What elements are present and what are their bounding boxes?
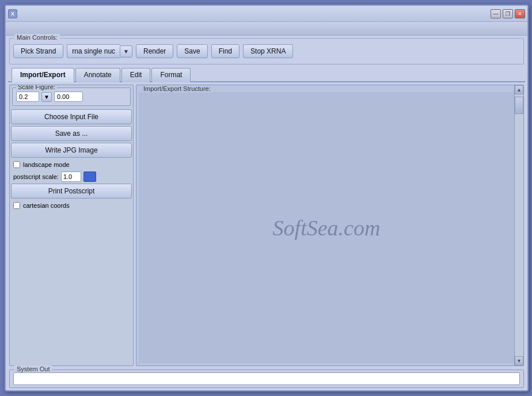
postscript-scale-input[interactable] <box>61 172 81 182</box>
scale-num-input[interactable] <box>54 92 83 102</box>
right-scrollbar[interactable]: ▲ ▼ <box>514 85 523 365</box>
stop-xrna-button[interactable]: Stop XRNA <box>243 44 293 58</box>
postscript-scale-label: postscript scale: <box>13 173 59 180</box>
scale-row: ▼ <box>15 90 128 103</box>
tab-import-export[interactable]: Import/Export <box>12 68 74 82</box>
title-bar-left: X <box>8 9 17 18</box>
main-window: X — ❐ ✕ Main Controls: Pick Strand rna s… <box>5 5 529 391</box>
cartesian-label: cartesian coords <box>23 202 70 209</box>
scale-input[interactable] <box>16 92 39 102</box>
app-icon: X <box>8 9 17 18</box>
system-out-panel: System Out <box>9 370 524 388</box>
restore-button[interactable]: ❐ <box>503 9 513 18</box>
scale-dropdown-arrow[interactable]: ▼ <box>41 92 52 102</box>
content-area: Scale Figure: ▼ Choose Input File Save a… <box>9 85 524 366</box>
landscape-checkbox[interactable] <box>13 161 20 168</box>
controls-row: Pick Strand rna single nuc ▼ Render Save… <box>13 42 520 60</box>
import-export-structure-area: SoftSea.com <box>139 92 514 363</box>
cartesian-row: cartesian coords <box>11 200 132 211</box>
scale-figure-section: Scale Figure: ▼ <box>12 87 131 106</box>
print-postscript-button[interactable]: Print Postscript <box>11 184 132 199</box>
cartesian-checkbox[interactable] <box>13 202 20 209</box>
find-button[interactable]: Find <box>211 44 240 58</box>
tabs-row: Import/Export Annotate Edit Format <box>8 67 525 82</box>
scroll-down-button[interactable]: ▼ <box>515 356 523 365</box>
scale-figure-label: Scale Figure: <box>16 85 57 90</box>
postscript-color-box[interactable] <box>83 172 96 182</box>
close-button[interactable]: ✕ <box>515 9 525 18</box>
strand-dropdown-arrow[interactable]: ▼ <box>120 45 132 58</box>
write-jpg-button[interactable]: Write JPG Image <box>11 143 132 158</box>
strand-dropdown-group: rna single nuc ▼ <box>67 44 132 58</box>
save-as-button[interactable]: Save as ... <box>11 126 132 141</box>
right-panel-label: Import/Export Structure: <box>141 85 213 93</box>
left-panel: Scale Figure: ▼ Choose Input File Save a… <box>9 85 134 366</box>
tab-format[interactable]: Format <box>151 68 191 82</box>
main-controls-panel: Main Controls: Pick Strand rna single nu… <box>9 38 524 64</box>
scroll-track[interactable] <box>515 94 523 356</box>
system-out-label: System Out <box>14 365 52 372</box>
right-panel: Import/Export Structure: SoftSea.com ▲ ▼ <box>136 85 524 366</box>
scroll-thumb[interactable] <box>515 97 523 114</box>
main-controls-label: Main Controls: <box>14 34 60 41</box>
toolbar-strip <box>6 22 527 36</box>
landscape-row: landscape mode <box>11 159 132 170</box>
tab-edit[interactable]: Edit <box>121 68 151 82</box>
choose-input-file-button[interactable]: Choose Input File <box>11 109 132 124</box>
system-out-input[interactable] <box>13 372 520 385</box>
pick-strand-button[interactable]: Pick Strand <box>13 44 63 58</box>
strand-dropdown-value[interactable]: rna single nuc <box>67 44 120 58</box>
landscape-label: landscape mode <box>23 161 70 168</box>
postscript-scale-row: postscript scale: <box>11 170 132 184</box>
save-button[interactable]: Save <box>177 44 207 58</box>
watermark-text: SoftSea.com <box>273 215 381 241</box>
btn-scroll-area[interactable]: Choose Input File Save as ... Write JPG … <box>10 108 133 365</box>
minimize-button[interactable]: — <box>491 9 501 18</box>
title-bar: X — ❐ ✕ <box>6 6 527 22</box>
title-bar-controls: — ❐ ✕ <box>491 9 525 18</box>
scroll-up-button[interactable]: ▲ <box>515 85 523 94</box>
tab-annotate[interactable]: Annotate <box>75 68 120 82</box>
render-button[interactable]: Render <box>136 44 173 58</box>
